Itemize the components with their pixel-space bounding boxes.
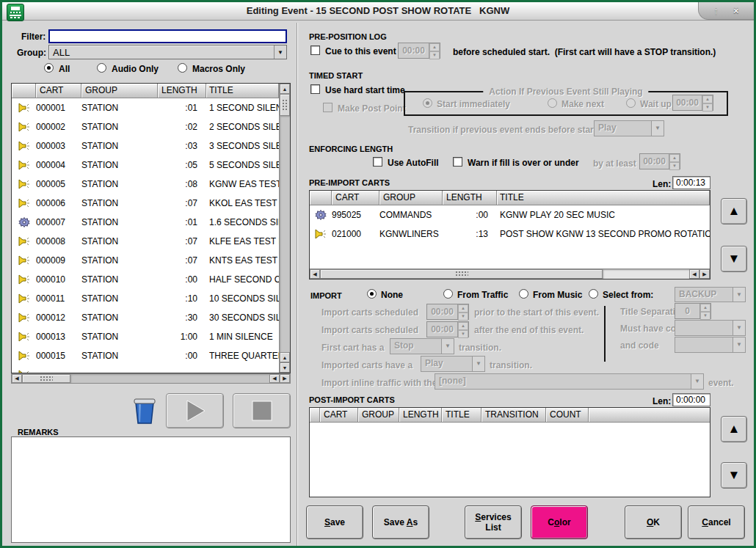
title-column-header[interactable]: TITLE <box>442 408 481 423</box>
table-row[interactable]: 000015 STATION :00 THREE QUARTER <box>12 346 290 365</box>
table-row[interactable]: 000007 STATION :01 1.6 SECONDS SIL <box>12 213 290 232</box>
scope-radio-all[interactable] <box>44 63 54 73</box>
post-import-len-value[interactable]: 0:00:00 <box>672 393 710 406</box>
title-cell: THREE QUARTER <box>206 351 290 361</box>
scroll-up-icon[interactable]: ▲ <box>280 84 290 94</box>
table-row[interactable]: 000004 STATION :05 5 SECONDS SILEI <box>12 156 290 175</box>
transition-column-header[interactable]: TRANSITION <box>481 408 546 423</box>
pre-import-len-value[interactable]: 0:00:13 <box>672 176 710 189</box>
title-separation-spinner: 0 ▲▼ <box>675 303 711 319</box>
window-controls: ↑ × <box>698 2 754 20</box>
title-column-header[interactable]: TITLE <box>206 84 279 98</box>
table-row[interactable]: 000013 STATION 1:00 1 MIN SILENCE <box>12 327 290 346</box>
chevron-down-icon[interactable]: ▼ <box>274 45 286 59</box>
table-row[interactable]: 995025 COMMANDS :00 KGNW PLAY 20 SEC MUS… <box>310 205 710 224</box>
import-from-music-radio[interactable] <box>519 289 528 299</box>
library-horizontal-scrollbar[interactable]: ◀ ◀ ▶ <box>11 373 291 384</box>
scrollbar-trough[interactable] <box>603 269 689 279</box>
group-column-header[interactable]: GROUP <box>81 84 158 98</box>
cart-cell: 000015 <box>36 351 81 361</box>
scroll-left-icon[interactable]: ◀ <box>269 374 280 383</box>
sched-prior-spinner: 00:00 ▲▼ <box>426 304 469 320</box>
cart-cell: 000002 <box>36 122 81 132</box>
cart-column-header[interactable]: CART <box>332 191 379 205</box>
scope-radio-audio-only[interactable] <box>97 63 106 73</box>
import-none-radio[interactable] <box>367 289 377 299</box>
post-import-section-label: POST-IMPORT CARTS <box>309 395 395 404</box>
cart-column-header[interactable]: CART <box>36 84 81 98</box>
scrollbar-trough[interactable] <box>70 374 269 383</box>
table-row[interactable]: 000010 STATION :00 HALF SECOND OF <box>12 270 290 289</box>
post-import-move-down-button[interactable]: ▼ <box>721 462 747 489</box>
scroll-down-icon[interactable]: ▼ <box>280 362 290 373</box>
pre-import-table: CART GROUP LENGTH TITLE 995025 COMMANDS … <box>309 190 710 280</box>
scroll-left-icon[interactable]: ◀ <box>689 269 699 279</box>
import-from-traffic-radio[interactable] <box>443 289 453 299</box>
group-column-header[interactable]: GROUP <box>358 408 399 423</box>
table-row[interactable] <box>12 365 290 373</box>
cue-note-label: before scheduled start. (First cart will… <box>453 47 716 57</box>
hard-start-checkbox[interactable] <box>310 84 320 94</box>
table-row[interactable]: 000006 STATION :07 KKOL EAS TEST I <box>12 194 290 213</box>
post-import-move-up-button[interactable]: ▲ <box>721 416 747 442</box>
library-vertical-scrollbar[interactable]: ▲ ▲ ▼ <box>279 84 290 373</box>
stop-button[interactable] <box>233 393 291 428</box>
cart-column-header[interactable]: CART <box>320 408 358 423</box>
cue-time-spinner: 00:00 ▲▼ <box>398 43 440 59</box>
remarks-textarea[interactable] <box>11 436 291 543</box>
pre-import-move-down-button[interactable]: ▼ <box>721 246 747 272</box>
icon-column-header[interactable] <box>310 408 320 423</box>
pre-import-move-up-button[interactable]: ▲ <box>721 198 747 224</box>
table-row[interactable]: 000012 STATION :30 30 SECONDS SILE <box>12 308 290 327</box>
warn-fill-checkbox[interactable] <box>453 157 462 167</box>
pre-import-horizontal-scrollbar[interactable]: ◀ ◀ ▶ <box>310 268 710 279</box>
table-row[interactable]: 000002 STATION :02 2 SECONDS SILEI <box>12 117 290 136</box>
use-autofill-checkbox[interactable] <box>373 157 382 167</box>
scrollbar-trough[interactable] <box>280 116 290 352</box>
spin-up-icon: ▲ <box>700 304 710 312</box>
close-icon[interactable]: × <box>733 5 739 16</box>
save-as-button[interactable]: Save As <box>372 505 429 539</box>
scroll-right-icon[interactable]: ▶ <box>280 374 290 383</box>
table-row[interactable]: 021000 KGNWLINERS :13 POST SHOW KGNW 13 … <box>310 224 710 244</box>
table-row[interactable]: 000005 STATION :08 KGNW EAS TEST <box>12 175 290 194</box>
scroll-right-icon[interactable]: ▶ <box>699 269 710 279</box>
table-row[interactable]: 000011 STATION :10 10 SECONDS SILE <box>12 289 290 308</box>
cancel-button[interactable]: Cancel <box>688 505 745 539</box>
scrollbar-thumb[interactable] <box>22 374 70 383</box>
title-column-header[interactable]: TITLE <box>497 191 710 205</box>
icon-column-header[interactable] <box>310 191 332 205</box>
group-select[interactable]: ALL ▼ <box>48 45 287 59</box>
import-select-from-radio[interactable] <box>589 289 598 299</box>
make-post-point-label: Make Post Point <box>338 103 406 114</box>
play-button[interactable] <box>166 393 224 428</box>
group-column-header[interactable]: GROUP <box>379 191 443 205</box>
save-button[interactable]: Save <box>306 505 363 539</box>
table-row[interactable]: 000009 STATION :07 KNTS EAS TEST II <box>12 251 290 270</box>
scrollbar-thumb[interactable] <box>320 269 603 279</box>
length-column-header[interactable]: LENGTH <box>399 408 442 423</box>
color-button[interactable]: Color <box>531 505 588 539</box>
scroll-left-icon[interactable]: ◀ <box>310 269 320 279</box>
delete-bucket-icon[interactable] <box>132 395 157 428</box>
scope-radio-macros-only[interactable] <box>178 63 187 73</box>
ok-button[interactable]: OK <box>625 505 682 539</box>
table-row[interactable]: 000008 STATION :07 KLFE EAS TEST IN <box>12 232 290 251</box>
panel-divider <box>297 23 298 546</box>
scroll-left-icon[interactable]: ◀ <box>12 374 22 383</box>
play-icon <box>183 398 208 423</box>
length-column-header[interactable]: LENGTH <box>443 191 497 205</box>
shade-icon[interactable]: ↑ <box>713 5 719 16</box>
icon-column-header[interactable] <box>12 84 36 98</box>
table-row[interactable]: 000003 STATION :03 3 SECONDS SILEI <box>12 136 290 156</box>
scrollbar-thumb[interactable] <box>280 94 290 116</box>
services-list-button[interactable]: Services List <box>465 505 522 539</box>
length-column-header[interactable]: LENGTH <box>158 84 206 98</box>
scroll-up-icon[interactable]: ▲ <box>280 352 290 362</box>
table-row[interactable]: 000001 STATION :01 1 SECOND SILEN <box>12 98 290 117</box>
filter-input[interactable] <box>48 29 287 43</box>
cue-to-event-checkbox[interactable] <box>310 45 320 55</box>
cart-cell: 000005 <box>36 179 81 189</box>
count-column-header[interactable]: COUNT <box>546 408 589 423</box>
chevron-down-icon: ▼ <box>733 288 745 302</box>
